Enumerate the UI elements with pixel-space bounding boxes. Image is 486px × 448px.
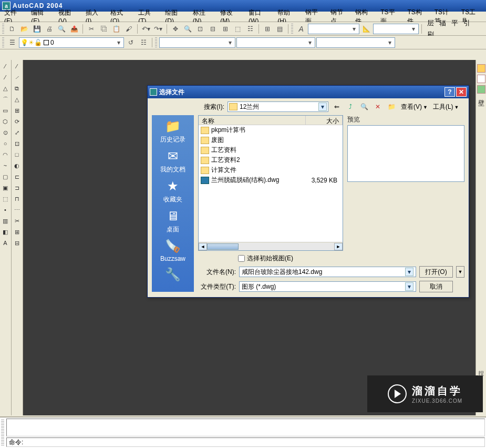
- draw-tool[interactable]: ⊙: [0, 127, 11, 138]
- draw-tool[interactable]: ▥: [0, 216, 11, 226]
- publish-button[interactable]: 📤: [68, 23, 80, 35]
- cancel-button[interactable]: 取消: [419, 281, 453, 292]
- design-center-button[interactable]: ⊞: [262, 23, 273, 35]
- up-button[interactable]: ⤴: [345, 101, 356, 112]
- palette-icon[interactable]: [477, 75, 485, 83]
- save-button[interactable]: 💾: [31, 23, 43, 35]
- dimstyle-combo[interactable]: ▾: [373, 24, 419, 34]
- zoom-button[interactable]: ⊞: [220, 23, 231, 35]
- modify-tool[interactable]: △: [12, 94, 22, 105]
- modify-tool[interactable]: ⟋: [12, 72, 22, 83]
- palette-icon[interactable]: [477, 85, 485, 94]
- lineweight-combo[interactable]: ▾: [316, 37, 395, 48]
- toolbar-text-button[interactable]: 平: [449, 17, 461, 29]
- toolbar-grip[interactable]: [155, 37, 157, 48]
- new-button[interactable]: 🗋: [6, 23, 18, 35]
- place-favorites[interactable]: ★收藏夹: [163, 178, 182, 204]
- file-item[interactable]: 兰州脱硫脱硝(结构).dwg3,529 KB: [199, 175, 343, 185]
- zoom-prev-button[interactable]: ⊟: [207, 23, 219, 35]
- layer-combo[interactable]: 💡 ☀ 🔓 0 ▾: [19, 37, 124, 48]
- modify-tool[interactable]: ◐: [12, 160, 22, 171]
- layer-prev-button[interactable]: ↺: [125, 37, 137, 48]
- folder-combo[interactable]: 12兰州 ▾: [228, 101, 328, 112]
- style-icon[interactable]: A: [295, 23, 307, 35]
- modify-tool[interactable]: ⧉: [12, 83, 22, 94]
- draw-tool[interactable]: ∕: [0, 72, 11, 83]
- copy-button[interactable]: ⿻: [98, 23, 110, 35]
- close-button[interactable]: ✕: [456, 87, 467, 97]
- modify-tool[interactable]: ⊓: [12, 194, 22, 204]
- toolbar-grip[interactable]: [291, 24, 293, 34]
- color-combo[interactable]: ▾: [159, 37, 235, 48]
- toolbar-grip[interactable]: [2, 24, 4, 34]
- linetype-combo[interactable]: ▾: [236, 37, 315, 48]
- dimstyle-icon[interactable]: 📐: [360, 23, 372, 35]
- modify-tool[interactable]: ⋯: [12, 205, 22, 215]
- newfolder-button[interactable]: 📁: [386, 101, 397, 112]
- view-menu[interactable]: 查看(V)▼: [400, 103, 429, 111]
- help-button[interactable]: ?: [444, 87, 455, 97]
- zoom-all-button[interactable]: ⬚: [232, 23, 244, 35]
- initial-view-checkbox[interactable]: [238, 255, 245, 262]
- file-item[interactable]: 工艺资料2: [199, 155, 343, 165]
- open-button[interactable]: 打开(O): [419, 266, 453, 278]
- back-button[interactable]: ⇐: [332, 101, 342, 112]
- command-history[interactable]: [6, 419, 485, 436]
- open-button[interactable]: 📂: [19, 23, 30, 35]
- layer-states-button[interactable]: ☷: [138, 37, 149, 48]
- draw-tool[interactable]: ⬚: [0, 194, 11, 204]
- modify-tool[interactable]: ⊞: [12, 105, 22, 116]
- draw-tool[interactable]: ▢: [0, 171, 11, 182]
- toolbar-grip[interactable]: [2, 37, 4, 48]
- open-dropdown-button[interactable]: ▼: [456, 266, 464, 278]
- tool-palette-button[interactable]: ▤: [274, 23, 286, 35]
- dialog-titlebar[interactable]: 选择文件 ? ✕: [148, 86, 469, 98]
- undo-button[interactable]: ↶▾: [140, 23, 152, 35]
- redo-button[interactable]: ↷▾: [152, 23, 164, 35]
- draw-tool[interactable]: ▣: [0, 182, 11, 193]
- file-item[interactable]: 计算文件: [199, 165, 343, 175]
- file-list[interactable]: 名称 大小 pkpm计算书废图工艺资料工艺资料2计算文件兰州脱硫脱硝(结构).d…: [198, 115, 343, 251]
- modify-tool[interactable]: ⤢: [12, 127, 22, 138]
- file-list-header[interactable]: 名称 大小: [199, 116, 343, 125]
- draw-tool[interactable]: ⬡: [0, 116, 11, 127]
- draw-tool[interactable]: ○: [0, 138, 11, 149]
- toolbar-text-button[interactable]: 层: [425, 17, 437, 29]
- modify-tool[interactable]: □: [12, 149, 22, 160]
- modify-tool[interactable]: ⟳: [12, 116, 22, 127]
- layer-manager-button[interactable]: ☰: [6, 37, 18, 48]
- preview-button[interactable]: 🔍: [56, 23, 68, 35]
- column-size[interactable]: 大小: [306, 116, 343, 125]
- print-button[interactable]: 🖨: [44, 23, 55, 35]
- draw-tool[interactable]: A: [0, 238, 11, 248]
- delete-button[interactable]: ✕: [373, 101, 383, 112]
- scroll-thumb[interactable]: [207, 243, 239, 250]
- draw-tool[interactable]: △: [0, 83, 11, 94]
- textstyle-combo[interactable]: ▾: [308, 24, 360, 34]
- zoom-rt-button[interactable]: 🔍: [182, 23, 194, 35]
- modify-tool[interactable]: ⊟: [12, 238, 22, 248]
- filename-input[interactable]: 咸阳台玻除尘器接地142.dwg▾: [239, 267, 416, 277]
- draw-tool[interactable]: ~: [0, 160, 11, 171]
- modify-tool[interactable]: ⊏: [12, 171, 22, 182]
- draw-tool[interactable]: ◠: [0, 149, 11, 160]
- place-history[interactable]: 📁历史记录: [160, 118, 185, 144]
- draw-tool[interactable]: ◧: [0, 227, 11, 237]
- properties-button[interactable]: ☷: [244, 23, 256, 35]
- paste-button[interactable]: 📋: [110, 23, 122, 35]
- tools-menu[interactable]: 工具(L)▼: [432, 103, 460, 111]
- zoom-window-button[interactable]: ⊡: [195, 23, 206, 35]
- toolbar-text-button[interactable]: 引: [461, 17, 473, 29]
- modify-tool[interactable]: ✂: [12, 216, 22, 226]
- scroll-left-button[interactable]: ◄: [199, 243, 207, 250]
- filetype-combo[interactable]: 图形 (*.dwg)▾: [239, 281, 416, 292]
- draw-tool[interactable]: ∕: [0, 61, 11, 72]
- modify-tool[interactable]: ⊐: [12, 182, 22, 193]
- place-desktop[interactable]: 🖥桌面: [163, 208, 182, 234]
- place-buzzsaw[interactable]: 🪚Buzzsaw: [160, 238, 185, 262]
- draw-tool[interactable]: ⌒: [0, 94, 11, 105]
- command-input[interactable]: 命令:: [6, 437, 485, 447]
- cut-button[interactable]: ✂: [86, 23, 97, 35]
- file-item[interactable]: 废图: [199, 135, 343, 145]
- command-grip[interactable]: [1, 420, 4, 446]
